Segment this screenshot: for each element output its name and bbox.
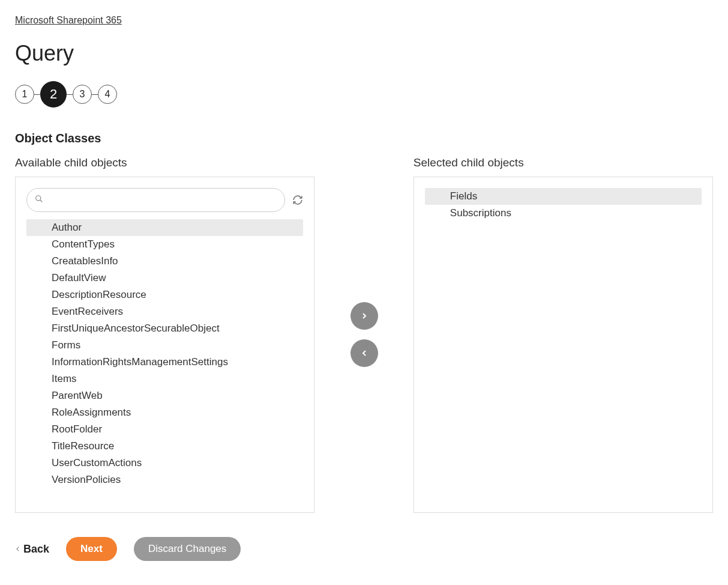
available-item[interactable]: UserCustomActions <box>26 455 303 471</box>
step-connector <box>34 94 40 95</box>
selected-list: FieldsSubscriptions <box>425 188 702 222</box>
section-heading: Object Classes <box>15 132 713 145</box>
available-item[interactable]: RootFolder <box>26 421 303 438</box>
available-item[interactable]: InformationRightsManagementSettings <box>26 354 303 371</box>
available-item[interactable]: DefaultView <box>26 270 303 286</box>
step-connector <box>92 94 98 95</box>
available-item[interactable]: CreatablesInfo <box>26 253 303 270</box>
available-item[interactable]: TitleResource <box>26 438 303 455</box>
move-left-button[interactable] <box>350 339 378 367</box>
search-input[interactable] <box>26 188 285 212</box>
breadcrumb-link[interactable]: Microsoft Sharepoint 365 <box>15 15 122 25</box>
discard-button[interactable]: Discard Changes <box>134 537 241 561</box>
footer: Back Next Discard Changes <box>15 537 713 561</box>
available-list: AuthorContentTypesCreatablesInfoDefaultV… <box>26 219 303 488</box>
step-3[interactable]: 3 <box>73 85 92 104</box>
step-4[interactable]: 4 <box>98 85 117 104</box>
chevron-left-icon <box>359 348 369 358</box>
available-item[interactable]: Author <box>26 219 303 236</box>
svg-point-0 <box>36 196 41 201</box>
available-column: Available child objects <box>15 156 314 513</box>
available-item[interactable]: VersionPolicies <box>26 471 303 488</box>
search-row <box>26 188 303 212</box>
selected-label: Selected child objects <box>414 156 713 169</box>
selected-item[interactable]: Subscriptions <box>425 205 702 222</box>
chevron-left-icon <box>15 545 21 553</box>
step-1[interactable]: 1 <box>15 85 34 104</box>
move-right-button[interactable] <box>350 302 378 330</box>
next-button[interactable]: Next <box>66 537 117 561</box>
selected-column: Selected child objects FieldsSubscriptio… <box>414 156 713 513</box>
page-title: Query <box>15 41 713 66</box>
back-button[interactable]: Back <box>15 543 49 556</box>
available-label: Available child objects <box>15 156 314 169</box>
available-item[interactable]: Items <box>26 371 303 387</box>
transfer-controls <box>314 156 414 513</box>
available-item[interactable]: ParentWeb <box>26 387 303 404</box>
object-classes-columns: Available child objects <box>15 156 713 513</box>
chevron-right-icon <box>359 311 369 321</box>
search-wrap <box>26 188 285 212</box>
available-item[interactable]: RoleAssignments <box>26 404 303 421</box>
refresh-button[interactable] <box>292 195 303 205</box>
search-icon <box>35 195 43 205</box>
svg-line-1 <box>40 200 43 202</box>
step-connector <box>67 94 73 95</box>
stepper: 1234 <box>15 81 713 108</box>
selected-panel: FieldsSubscriptions <box>414 177 713 513</box>
step-2[interactable]: 2 <box>40 81 67 108</box>
available-item[interactable]: EventReceivers <box>26 303 303 320</box>
available-item[interactable]: ContentTypes <box>26 236 303 253</box>
available-item[interactable]: Forms <box>26 337 303 354</box>
available-item[interactable]: DescriptionResource <box>26 286 303 303</box>
available-panel: AuthorContentTypesCreatablesInfoDefaultV… <box>15 177 314 513</box>
back-label: Back <box>23 543 49 556</box>
refresh-icon <box>292 195 303 205</box>
available-item[interactable]: FirstUniqueAncestorSecurableObject <box>26 320 303 337</box>
selected-item[interactable]: Fields <box>425 188 702 205</box>
